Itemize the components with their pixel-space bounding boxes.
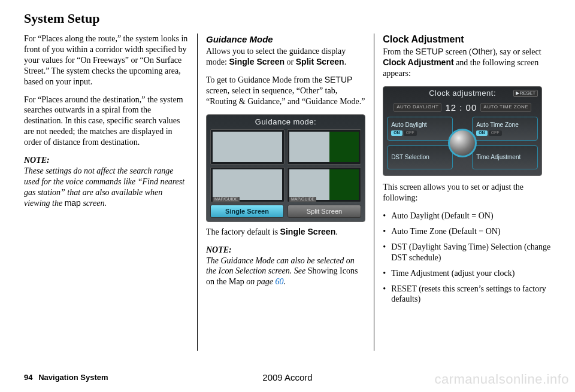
- label: DST Selection: [391, 154, 449, 162]
- col2-caption: The factory default is Single Screen.: [206, 227, 365, 238]
- list-item: RESET (resets this screen’s settings to …: [383, 284, 551, 305]
- dst-selection-button[interactable]: DST Selection: [387, 145, 453, 169]
- t: ), say or select: [493, 47, 541, 56]
- clock-adjustment-heading: Clock Adjustment: [383, 34, 551, 45]
- label: Auto Time Zone: [476, 121, 534, 129]
- fig-cell-br: MAP/GUIDE: [287, 167, 361, 202]
- setup-term: SETUP: [325, 75, 353, 84]
- toggle: ON OFF: [391, 130, 449, 136]
- t: on page: [244, 277, 276, 286]
- label: Auto Daylight: [391, 121, 449, 129]
- settings-bullet-list: Auto Daylight (Default = ON) Auto Time Z…: [383, 211, 551, 305]
- column-3: Clock Adjustment From the SETUP screen (…: [374, 34, 551, 351]
- auto-timezone-pill: AUTO TIME ZONE: [480, 103, 531, 111]
- toggle: ON OFF: [476, 130, 534, 136]
- col1-para-1: For “Places along the route,” the system…: [24, 34, 189, 87]
- off-state: OFF: [404, 130, 417, 136]
- watermark: carmanualsonline.info: [434, 372, 569, 387]
- clock-time: 12 : 00: [445, 102, 477, 113]
- guidance-mode-figure: Guidance mode: MAP/GUIDE MAP/GUIDE Singl…: [206, 114, 365, 222]
- on-state: ON: [391, 130, 402, 136]
- t: The factory default is: [206, 227, 280, 236]
- fig-buttons: Single Screen Split Screen: [207, 202, 365, 221]
- t: .: [283, 277, 286, 286]
- col2-note: NOTE: The Guidance Mode can also be sele…: [206, 245, 365, 288]
- column-2: Guidance Mode Allows you to select the g…: [198, 34, 374, 351]
- other-tab-term: Other: [472, 47, 493, 56]
- col2-para-2: To get to Guidance Mode from the SETUP s…: [206, 75, 365, 107]
- col1-para-2: For “Places around the destination,” the…: [24, 95, 189, 148]
- list-item: DST (Daylight Saving Time) Selection (ch…: [383, 242, 551, 263]
- off-state: OFF: [489, 130, 502, 136]
- list-item: Auto Daylight (Default = ON): [383, 211, 551, 221]
- clock-adjustment-figure: Clock adjustment: ▶RESET AUTO DAYLIGHT 1…: [383, 86, 542, 176]
- mapguide-tab: MAP/GUIDE: [213, 197, 240, 202]
- note-text-2: screen.: [81, 199, 107, 208]
- status-row: AUTO DAYLIGHT 12 : 00 AUTO TIME ZONE: [383, 101, 541, 116]
- dial-area: Auto Daylight ON OFF Auto Time Zone ON O…: [387, 116, 538, 171]
- single-screen-term: Single Screen: [229, 57, 285, 66]
- fig-title: Guidance mode:: [207, 115, 365, 130]
- label: Time Adjustment: [476, 154, 534, 162]
- rotary-dial-icon[interactable]: [448, 129, 477, 157]
- t: screen, select in sequence, “Other” tab,…: [206, 86, 365, 106]
- fig-cell-tl: [210, 129, 285, 165]
- three-column-layout: For “Places along the route,” the system…: [24, 34, 551, 351]
- note-label: NOTE:: [24, 156, 50, 165]
- fig-grid: MAP/GUIDE MAP/GUIDE: [207, 129, 365, 202]
- fig-cell-bl: MAP/GUIDE: [210, 167, 285, 202]
- t: From the: [383, 47, 415, 56]
- t: .: [335, 227, 338, 236]
- single-screen-button[interactable]: Single Screen: [210, 205, 284, 218]
- list-item: Time Adjustment (adjust your clock): [383, 268, 551, 279]
- note-label: NOTE:: [206, 245, 232, 254]
- auto-daylight-pill: AUTO DAYLIGHT: [394, 103, 441, 111]
- on-state: ON: [476, 130, 488, 136]
- page-title: System Setup: [24, 11, 551, 26]
- col3-para-1: From the SETUP screen (Other), say or se…: [383, 47, 551, 79]
- t: or: [285, 57, 296, 66]
- split-screen-button[interactable]: Split Screen: [288, 205, 361, 218]
- t: screen (: [443, 47, 471, 56]
- setup-term: SETUP: [416, 47, 444, 56]
- default-value: Single Screen: [280, 227, 336, 236]
- t: To get to Guidance Mode from the: [206, 75, 325, 84]
- note-body: These settings do not affect the search …: [24, 166, 184, 208]
- reset-button[interactable]: ▶RESET: [513, 90, 538, 97]
- auto-daylight-button[interactable]: Auto Daylight ON OFF: [387, 117, 453, 141]
- col3-para-2: This screen allows you to set or adjust …: [383, 182, 551, 203]
- fig-cell-tr: [287, 129, 361, 165]
- t: .: [344, 57, 347, 66]
- auto-timezone-button[interactable]: Auto Time Zone ON OFF: [472, 117, 538, 141]
- guidance-mode-heading: Guidance Mode: [206, 34, 365, 45]
- clock-adjustment-term: Clock Adjustment: [383, 57, 454, 67]
- time-adjustment-button[interactable]: Time Adjustment: [472, 145, 538, 169]
- column-1: For “Places along the route,” the system…: [24, 34, 198, 351]
- split-screen-term: Split Screen: [296, 57, 344, 66]
- col2-para-1: Allows you to select the guidance displa…: [206, 46, 365, 68]
- page-link[interactable]: 60: [275, 277, 283, 286]
- col1-note: NOTE: These settings do not affect the s…: [24, 155, 189, 209]
- note-map-word: map: [65, 198, 81, 208]
- list-item: Auto Time Zone (Default = ON): [383, 226, 551, 237]
- mapguide-tab: MAP/GUIDE: [289, 197, 316, 202]
